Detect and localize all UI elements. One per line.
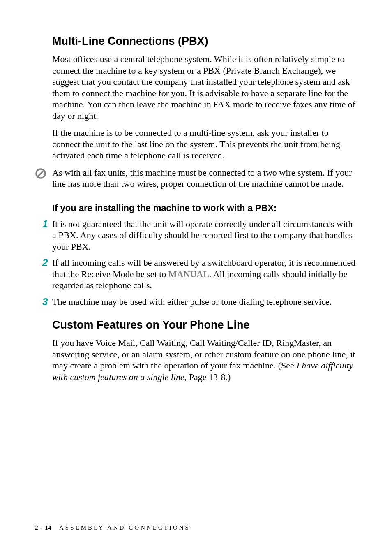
note-block: As with all fax units, this machine must… bbox=[35, 167, 357, 190]
list-item: 1 It is not guaranteed that the unit wil… bbox=[35, 218, 357, 253]
heading-multiline: Multi-Line Connections (PBX) bbox=[52, 35, 357, 48]
paragraph-intro: Most offices use a central telephone sys… bbox=[52, 53, 357, 121]
paragraph-custom-features: If you have Voice Mail, Call Waiting, Ca… bbox=[52, 337, 357, 382]
chapter-title: ASSEMBLY AND CONNECTIONS bbox=[59, 524, 190, 531]
heading-pbx-install: If you are installing the machine to wor… bbox=[52, 203, 357, 213]
heading-custom-features: Custom Features on Your Phone Line bbox=[52, 319, 357, 331]
svg-line-1 bbox=[38, 170, 44, 176]
list-text: If all incoming calls will be answered b… bbox=[52, 257, 357, 291]
paragraph-multiline-note: If the machine is to be connected to a m… bbox=[52, 127, 357, 161]
list-number: 3 bbox=[35, 296, 52, 308]
list-text: The machine may be used with either puls… bbox=[52, 296, 332, 308]
list-number: 1 bbox=[35, 218, 52, 230]
page-number: 2 - 14 bbox=[35, 524, 52, 531]
list-item: 2 If all incoming calls will be answered… bbox=[35, 257, 357, 291]
note-text: As with all fax units, this machine must… bbox=[52, 167, 357, 190]
bold-word: MANUAL bbox=[168, 269, 209, 279]
prohibit-icon bbox=[35, 168, 46, 179]
list-item: 3 The machine may be used with either pu… bbox=[35, 296, 357, 308]
text-after-italic: Page 13-8.) bbox=[187, 372, 231, 382]
list-number: 2 bbox=[35, 257, 52, 269]
list-text: It is not guaranteed that the unit will … bbox=[52, 218, 357, 253]
page-footer: 2 - 14ASSEMBLY AND CONNECTIONS bbox=[35, 524, 190, 531]
